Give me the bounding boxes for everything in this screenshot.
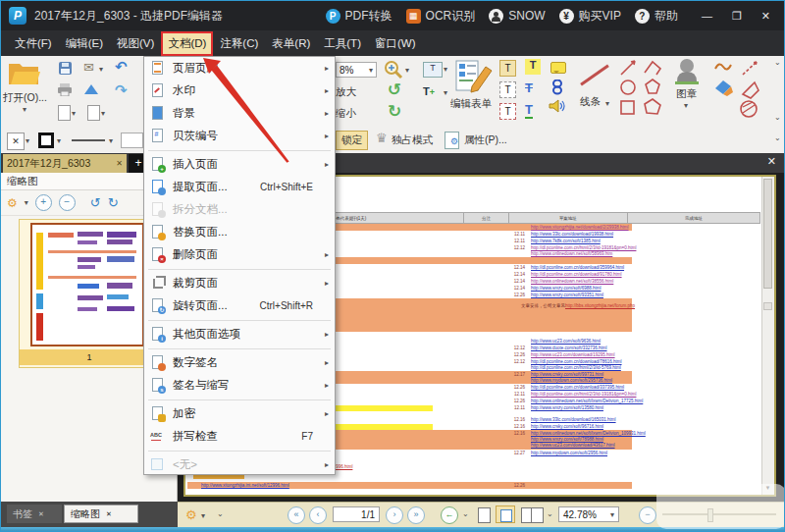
nav-gear-dropdown-icon[interactable]: ▾	[201, 511, 205, 520]
menubar-item[interactable]: 窗口(W)	[369, 32, 422, 55]
zoom-percent-combo[interactable]: 42.78% ▾	[558, 506, 619, 522]
toolbar-expand2-icon[interactable]: ⌄	[774, 113, 781, 122]
exclusive-mode-button[interactable]: 独占模式	[392, 133, 433, 147]
view-history-dropdown-icon[interactable]: ⌄	[462, 509, 469, 518]
row-result-link[interactable]: http://www.mydown.com/soft/2956.html	[531, 451, 607, 456]
row-result-link[interactable]: http://dl.pconline.com.cn/html/2/3/id-19…	[531, 392, 636, 398]
edit-form-button[interactable]: 编辑表单	[450, 97, 492, 111]
highlight-text-icon[interactable]: T	[525, 59, 541, 75]
speaker-icon[interactable]	[549, 99, 566, 113]
row-result-link[interactable]: http://www.onlinedown.net/soft/lxwm/Deli…	[531, 431, 646, 437]
line-style-dropdown-icon[interactable]: ▾	[109, 136, 113, 145]
titlebar-action[interactable]: PPDF转换	[326, 8, 392, 25]
menu-item-extract-page[interactable]: 提取页面...Ctrl+Shift+E	[144, 176, 335, 198]
shape-tools-icons[interactable]	[619, 59, 662, 116]
scan-stamp-icon[interactable]	[83, 83, 99, 95]
sidebar-gear-dropdown-icon[interactable]: ▾	[25, 198, 28, 207]
no-fill-swatch[interactable]: ✕	[7, 133, 25, 150]
menu-item-rotate-page[interactable]: ↻旋转页面...Ctrl+Shift+R	[144, 294, 335, 317]
facing-pages-view2-icon[interactable]	[531, 507, 544, 523]
document-tab[interactable]: 2017年12月_6303 ✕	[3, 154, 127, 173]
add-text-dropdown-icon[interactable]: ▾	[444, 88, 447, 97]
row-result-link[interactable]: http://www.crsky.com/soft/96716.html	[531, 424, 603, 430]
thumbnails-tab-close-icon[interactable]: ✕	[106, 510, 112, 518]
undo-icon[interactable]: ↶	[115, 58, 128, 76]
row-result-link[interactable]: http://www.onlinedown.net/soft/58969.htm	[531, 251, 636, 257]
menubar-item[interactable]: 表单(R)	[266, 32, 316, 55]
rotate-right-icon[interactable]: ↻	[388, 101, 401, 122]
menu-item-bates[interactable]: 贝茨编号▸	[144, 125, 335, 147]
row-source-link[interactable]: http://www.xitongzhijia.int.net/soft/129…	[201, 483, 289, 488]
row-result-link[interactable]: http://dl.pconline.com.cn/download/91780…	[531, 272, 622, 278]
titlebar-action[interactable]: ¥购买VIP	[559, 8, 621, 25]
menu-item-spellcheck[interactable]: 拼写检查F7	[144, 425, 335, 448]
add-text-icon[interactable]: T+	[423, 85, 441, 99]
menu-item-insert-page[interactable]: +插入页面▸	[144, 153, 335, 176]
strikethrough-text-icon[interactable]: T	[525, 80, 533, 95]
zoom-out-slider-button[interactable]: −	[639, 506, 656, 524]
vertical-scrollbar[interactable]: ▼	[761, 177, 774, 495]
row-result-link[interactable]: http://www.smzy.com/soft/13580.html	[531, 405, 603, 411]
titlebar-action[interactable]: ▦OCR识别	[406, 8, 476, 25]
nav-gear-icon[interactable]: ⚙	[185, 507, 197, 522]
notice-link[interactable]: http://bbs.xitongzhijia.net/forum.php	[565, 303, 635, 308]
view-mode-dropdown-icon[interactable]: ⌄	[547, 509, 553, 518]
page-number-field[interactable]: 1/1	[333, 506, 380, 522]
menu-item-page-options[interactable]: i其他页面选项▸	[144, 323, 335, 346]
bookmarks-tab-close-icon[interactable]: ✕	[38, 510, 44, 518]
text-box-tool-selected[interactable]: T	[499, 60, 516, 77]
open-dropdown-icon[interactable]: ▾	[23, 105, 26, 114]
menu-item-crop-page[interactable]: 裁剪页面▸	[144, 272, 335, 294]
minimize-button[interactable]: —	[702, 10, 712, 22]
menu-item-header-footer[interactable]: 页眉页脚▸	[144, 57, 335, 80]
properties-button[interactable]: 属性(P)...	[464, 133, 507, 147]
sidebar-gear-icon[interactable]: ⚙	[7, 196, 18, 210]
menubar-item[interactable]: 文件(F)	[9, 32, 58, 55]
text-box-tool[interactable]: T	[499, 81, 516, 98]
row-result-link[interactable]: http://www.crsky.com/soft/99731.html	[531, 372, 612, 378]
row-result-link[interactable]: http://dl.pconline.com.cn/html/2/3/id-19…	[531, 245, 636, 251]
menu-item-watermark[interactable]: 水印▸	[144, 80, 335, 102]
line-width-combo[interactable]	[121, 133, 143, 148]
menu-item-delete-page[interactable]: ×删除页面▸	[144, 243, 335, 266]
menubar-item[interactable]: 文档(D)	[162, 32, 212, 55]
menu-item-background[interactable]: 背景▸	[144, 102, 335, 125]
nav-collapse-icon[interactable]: ⌄	[217, 509, 224, 518]
row-result-link[interactable]: http://www.uc23.com/download/43617.html	[531, 443, 646, 449]
row-result-link[interactable]: http://dl.pconline.com.cn/download/78616…	[531, 359, 622, 365]
link-icon[interactable]	[550, 80, 564, 95]
stroke-dropdown-icon[interactable]: ▾	[57, 136, 61, 145]
row-result-link[interactable]: http://www.uc23.com/soft/9636.html	[531, 339, 601, 345]
next-page-button[interactable]: ›	[386, 506, 403, 524]
titlebar-action[interactable]: SNOW	[489, 9, 545, 24]
maximize-button[interactable]: ❐	[732, 10, 742, 23]
row-result-link[interactable]: http://www.duote.com/soft/332736.html	[531, 346, 607, 351]
menu-item-signature[interactable]: s签名与缩写▸	[144, 374, 335, 397]
menubar-item[interactable]: 视图(V)	[111, 32, 160, 55]
line-tool-icon[interactable]	[580, 65, 609, 86]
previous-view-button[interactable]: ←	[441, 506, 458, 524]
rotate-page-left-icon[interactable]: ↺	[90, 195, 101, 210]
annotation-tools-icons[interactable]	[713, 59, 762, 118]
rotate-left-icon[interactable]: ↺	[388, 80, 401, 100]
zoom-in-button[interactable]: 放大	[336, 85, 356, 99]
open-button[interactable]: 打开(O)...	[3, 91, 47, 105]
edit-text-dropdown-icon[interactable]: ▾	[444, 65, 447, 74]
stroke-color-swatch[interactable]	[38, 133, 54, 148]
menu-item-encrypt[interactable]: 加密▸	[144, 402, 335, 425]
thumb-zoom-in-button[interactable]: +	[35, 194, 52, 211]
row-result-link[interactable]: http://www.33lc.com/download/19938.html	[531, 232, 613, 238]
open-folder-icon[interactable]	[7, 61, 42, 86]
redo-icon[interactable]: ↷	[115, 81, 128, 99]
menu-item-digital-sign[interactable]: 数字签名▸	[144, 351, 335, 374]
row-result-link[interactable]: http://www.uc23.com/download/19295.html	[531, 352, 615, 358]
menubar-item[interactable]: 工具(T)	[318, 32, 367, 55]
titlebar-action[interactable]: ?帮助	[635, 8, 678, 25]
fit-width-view-button[interactable]	[496, 505, 515, 523]
zoom-level-combo[interactable]: 8% ▾	[336, 62, 377, 78]
lock-button[interactable]: 锁定	[336, 131, 368, 150]
row-result-link[interactable]: http://dl.pconline.com.cn/download/35996…	[531, 265, 624, 271]
first-page-button[interactable]: «	[288, 506, 305, 524]
email-dropdown-icon[interactable]: ▾	[99, 65, 103, 74]
magnifier-dropdown-icon[interactable]: ▾	[405, 66, 409, 75]
